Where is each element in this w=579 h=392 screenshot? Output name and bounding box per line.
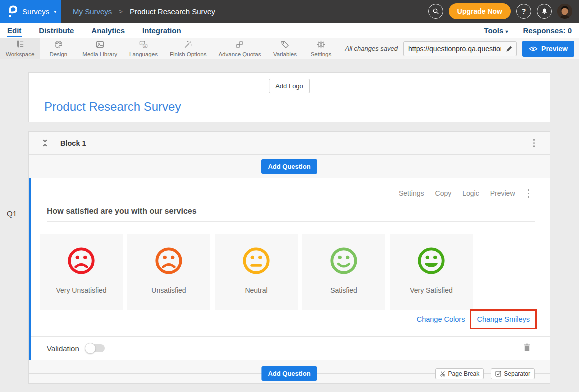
option-very-unsatisfied[interactable]: Very Unsatisfied: [40, 234, 123, 310]
toolbar-item-design[interactable]: Design: [40, 38, 76, 59]
validation-label: Validation: [47, 344, 80, 353]
question-logic-link[interactable]: Logic: [462, 189, 479, 197]
magic-wand-icon: [184, 40, 193, 50]
question-title[interactable]: How satisfied are you with our services: [47, 207, 197, 216]
option-label: Very Satisfied: [410, 286, 453, 294]
question-title-divider: [47, 221, 535, 222]
change-colors-link[interactable]: Change Colors: [417, 315, 466, 323]
add-logo-button[interactable]: Add Logo: [269, 79, 310, 93]
survey-nav-bar: Edit Distribute Analytics Integration To…: [0, 23, 579, 38]
search-icon: [432, 7, 440, 15]
responses-count[interactable]: Responses: 0: [523, 26, 572, 35]
option-label: Neutral: [245, 286, 268, 294]
toolbar-item-languages[interactable]: xA Languages: [124, 38, 164, 59]
delete-question-trash-icon[interactable]: [524, 343, 531, 354]
top-bar-actions: Upgrade Now ?: [428, 3, 579, 19]
surveys-menu-label: Surveys: [22, 7, 50, 16]
question-number-label: Q1: [7, 209, 17, 218]
scissors-icon: [440, 371, 446, 377]
help-button[interactable]: ?: [516, 4, 532, 19]
checkbox-check-icon: [496, 371, 502, 377]
tab-distribute[interactable]: Distribute: [38, 24, 74, 37]
unsatisfied-smiley-icon: [152, 244, 186, 277]
breadcrumb-separator-icon: >: [119, 8, 123, 15]
tab-analytics[interactable]: Analytics: [91, 24, 126, 37]
validation-toggle[interactable]: [86, 344, 105, 352]
question-card: Settings Copy Logic Preview How satisfie…: [29, 178, 550, 360]
tag-icon: [280, 40, 290, 50]
breadcrumb-my-surveys[interactable]: My Surveys: [73, 7, 112, 16]
option-very-satisfied[interactable]: Very Satisfied: [390, 234, 473, 310]
question-menu-kebab-icon[interactable]: [526, 188, 532, 199]
save-status: All changes saved: [346, 45, 398, 52]
upgrade-now-button[interactable]: Upgrade Now: [449, 3, 511, 19]
validation-row: Validation: [32, 336, 550, 360]
gear-icon: [316, 40, 326, 50]
survey-title[interactable]: Product Research Survey: [44, 100, 181, 114]
smiley-options: Very Unsatisfied Unsatisfied Neutral Sat…: [40, 234, 473, 310]
option-satisfied[interactable]: Satisfied: [302, 234, 386, 310]
neutral-smiley-icon: [240, 244, 273, 277]
svg-text:A: A: [144, 45, 146, 48]
block-title[interactable]: Block 1: [60, 139, 86, 147]
chevron-down-icon: ▾: [54, 9, 56, 14]
satisfied-smiley-icon: [328, 244, 360, 277]
tab-edit[interactable]: Edit: [7, 24, 22, 37]
toolbar-item-advance-quotas[interactable]: Advance Quotas: [212, 38, 267, 59]
chevron-down-icon: ▾: [506, 29, 508, 34]
very-satisfied-smiley-icon: [415, 244, 448, 277]
option-label: Satisfied: [330, 286, 358, 294]
toolbar-item-finish-options[interactable]: Finish Options: [164, 38, 213, 59]
option-neutral[interactable]: Neutral: [215, 234, 298, 310]
svg-text:x: x: [142, 42, 143, 45]
collapse-block-icon[interactable]: [42, 139, 48, 147]
toolbar-item-media-library[interactable]: Media Library: [76, 38, 124, 59]
bell-icon: [541, 8, 548, 15]
block-card: Block 1 Add Question Settings Copy Logic…: [28, 131, 550, 384]
option-unsatisfied[interactable]: Unsatisfied: [128, 234, 210, 310]
tab-integration[interactable]: Integration: [142, 24, 182, 37]
edit-url-pencil-icon[interactable]: [506, 45, 514, 55]
question-preview-link[interactable]: Preview: [490, 189, 516, 197]
survey-url-input[interactable]: [404, 41, 517, 56]
nav-right: Tools ▾ Responses: 0: [484, 26, 572, 35]
design-palette-icon: [54, 40, 64, 50]
breadcrumb-current-survey: Product Research Survey: [130, 7, 216, 16]
add-question-row-top: Add Question: [29, 155, 550, 178]
surveys-menu[interactable]: Surveys ▾: [0, 0, 61, 23]
questionpro-logo: [7, 4, 18, 18]
editor-toolbar: Workspace Design Media Library xA Langua…: [0, 38, 579, 59]
smiley-config-links: Change Colors Change Smileys: [417, 309, 537, 329]
notifications-button[interactable]: [537, 4, 552, 19]
tools-menu[interactable]: Tools ▾: [484, 26, 508, 35]
option-label: Very Unsatisfied: [56, 286, 106, 294]
survey-header-card: Add Logo Product Research Survey: [28, 72, 550, 122]
search-button[interactable]: [428, 4, 444, 19]
question-copy-link[interactable]: Copy: [436, 189, 452, 197]
block-footer: Add Question Page Break Separator: [29, 360, 550, 384]
top-bar: Surveys ▾ My Surveys > Product Research …: [0, 0, 579, 23]
change-smileys-highlight-box: Change Smileys: [470, 309, 537, 329]
toolbar-right: All changes saved Preview: [346, 38, 579, 59]
toolbar-item-workspace[interactable]: Workspace: [0, 38, 40, 59]
media-image-icon: [96, 40, 105, 50]
toolbar-item-settings[interactable]: Settings: [303, 38, 339, 59]
toolbar-item-variables[interactable]: Variables: [267, 38, 303, 59]
eye-icon: [529, 46, 538, 52]
page-break-button[interactable]: Page Break: [436, 368, 484, 379]
option-label: Unsatisfied: [152, 286, 186, 294]
translate-icon: xA: [139, 40, 148, 50]
breadcrumb: My Surveys > Product Research Survey: [73, 7, 216, 16]
question-settings-link[interactable]: Settings: [399, 189, 424, 197]
user-avatar[interactable]: [558, 4, 572, 19]
separator-button[interactable]: Separator: [491, 368, 535, 379]
very-unsatisfied-smiley-icon: [65, 244, 98, 277]
add-question-button-bottom[interactable]: Add Question: [262, 366, 317, 381]
workspace-icon: [16, 40, 25, 50]
change-smileys-link[interactable]: Change Smileys: [477, 315, 530, 323]
question-menu: Settings Copy Logic Preview: [399, 188, 531, 199]
chain-links-icon: [235, 40, 244, 50]
block-menu-kebab-icon[interactable]: [532, 137, 537, 149]
add-question-button-top[interactable]: Add Question: [262, 159, 317, 174]
preview-button[interactable]: Preview: [522, 41, 574, 57]
